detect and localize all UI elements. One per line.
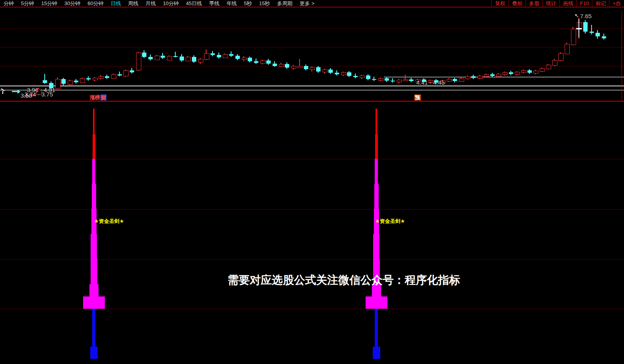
candle-body bbox=[341, 72, 346, 75]
sword-signal-segment bbox=[92, 159, 95, 184]
period-tab[interactable]: 年线 bbox=[223, 0, 241, 7]
info-tag-zhangbangcai[interactable]: 涨榜财 bbox=[89, 94, 106, 100]
period-tab[interactable]: 季线 bbox=[206, 0, 223, 7]
period-tab[interactable]: 45日线 bbox=[182, 0, 205, 7]
candle-body bbox=[111, 74, 116, 79]
sword-signal-segment bbox=[91, 259, 97, 284]
sword-signal-segment bbox=[366, 296, 387, 309]
period-tab[interactable]: 5分钟 bbox=[17, 0, 38, 7]
sword-signal-segment bbox=[90, 347, 98, 359]
watermark-text: 需要对应选股公式关注微信公众号：程序化指标 bbox=[228, 273, 460, 288]
sword-signal-segment bbox=[93, 109, 95, 134]
cyan-arrow-icon bbox=[12, 91, 17, 92]
period-tab[interactable]: 更多 > bbox=[296, 0, 318, 7]
crosshair-marker bbox=[576, 19, 582, 38]
toolbar-button[interactable]: 统计 bbox=[542, 0, 560, 7]
sword-signal-segment bbox=[375, 134, 378, 159]
toolbar-button[interactable]: 叠加 bbox=[508, 0, 525, 7]
candle-body bbox=[571, 29, 576, 45]
candle-body bbox=[223, 54, 228, 58]
period-tab[interactable]: 多周期 bbox=[273, 0, 296, 7]
sword-signal-segment bbox=[373, 234, 379, 259]
high-marker-arrow-icon: ↖ bbox=[575, 13, 579, 19]
candle-body bbox=[515, 72, 520, 75]
candle-body bbox=[353, 76, 358, 77]
candle-body bbox=[490, 74, 495, 76]
candle-body bbox=[248, 58, 252, 61]
candle-body bbox=[391, 81, 395, 81]
candle-body bbox=[254, 61, 258, 63]
price-label: 4.41 - 4.45 bbox=[416, 79, 445, 86]
toolbar-button[interactable]: 多股 bbox=[525, 0, 542, 7]
period-tab[interactable]: 5秒 bbox=[241, 0, 256, 7]
candle-body bbox=[447, 79, 452, 81]
candle-body bbox=[496, 74, 501, 77]
candle-body bbox=[347, 72, 351, 76]
candle-body bbox=[285, 64, 289, 68]
candle-body bbox=[552, 60, 558, 66]
candle-body bbox=[99, 76, 104, 79]
candle-body bbox=[123, 70, 129, 76]
candle-body bbox=[304, 66, 308, 70]
candlestick-chart[interactable]: 3.96 - 4.013.74 - 3.754.41 - 4.453.507.6… bbox=[0, 7, 624, 101]
candle-body bbox=[105, 76, 109, 78]
toolbar-button[interactable]: 画线 bbox=[560, 0, 577, 7]
candle-body bbox=[316, 67, 321, 72]
candle-wick bbox=[119, 72, 120, 76]
sword-signal-segment bbox=[89, 284, 99, 296]
period-tab[interactable]: 60分钟 bbox=[84, 0, 107, 7]
signal-label: ★资金圣剑★ bbox=[375, 218, 405, 225]
candle-body bbox=[55, 79, 61, 89]
candle-wick bbox=[591, 25, 592, 34]
toolbar-button[interactable]: 标记 bbox=[592, 0, 609, 7]
price-label: 7.65 bbox=[580, 13, 592, 19]
chart-right-axis-line bbox=[622, 11, 622, 101]
candle-body bbox=[167, 56, 172, 60]
candle-body bbox=[229, 54, 233, 56]
period-tab[interactable]: 分钟 bbox=[0, 0, 17, 7]
period-tab[interactable]: 日线 bbox=[107, 0, 125, 7]
period-tab[interactable]: 15秒 bbox=[256, 0, 273, 7]
candle-body bbox=[273, 64, 277, 66]
candle-body bbox=[86, 78, 91, 79]
candle-body bbox=[74, 81, 78, 82]
panel-divider-line bbox=[0, 101, 624, 102]
indicator-panel[interactable]: ★资金圣剑★★资金圣剑★ 需要对应选股公式关注微信公众号：程序化指标 bbox=[0, 102, 624, 364]
candle-body bbox=[596, 33, 600, 36]
toolbar-button[interactable]: 复权 bbox=[491, 0, 508, 7]
period-tab[interactable]: 15分钟 bbox=[38, 0, 61, 7]
candle-body bbox=[509, 72, 513, 74]
candle-body bbox=[217, 55, 221, 57]
candle-body bbox=[366, 75, 370, 79]
candle-body bbox=[322, 70, 328, 72]
candle-body bbox=[148, 57, 153, 59]
candle-body bbox=[558, 53, 563, 61]
period-tab[interactable]: 周线 bbox=[125, 0, 142, 7]
period-tab[interactable]: 30分钟 bbox=[61, 0, 84, 7]
candle-body bbox=[80, 78, 85, 83]
info-tag-yu[interactable]: 预 bbox=[414, 94, 421, 100]
candle-body bbox=[453, 79, 457, 81]
period-toolbar: 分钟5分钟15分钟30分钟60分钟日线周线月线10分钟45日线季线年线5秒15秒… bbox=[0, 0, 624, 8]
sword-signal-segment bbox=[92, 309, 95, 347]
candle-body bbox=[484, 74, 489, 77]
candle-body bbox=[155, 56, 160, 60]
candle-body bbox=[93, 78, 98, 80]
candle-body bbox=[465, 76, 470, 79]
gridline bbox=[0, 28, 624, 28]
candle-body bbox=[533, 71, 539, 74]
sword-signal-segment bbox=[376, 109, 377, 134]
sword-signal-segment bbox=[91, 234, 97, 259]
period-tab[interactable]: 10分钟 bbox=[159, 0, 182, 7]
candle-body bbox=[565, 44, 570, 54]
sword-signal-segment bbox=[374, 184, 379, 209]
toolbar-button[interactable]: +自 bbox=[609, 0, 624, 7]
candle-body bbox=[186, 57, 191, 61]
candle-body bbox=[161, 56, 165, 58]
toolbar-button[interactable]: F10 bbox=[577, 0, 592, 7]
candle-body bbox=[602, 36, 606, 38]
period-tab[interactable]: 月线 bbox=[142, 0, 159, 7]
candle-body bbox=[130, 70, 134, 72]
candle-body bbox=[372, 79, 376, 80]
candle-body bbox=[403, 79, 408, 81]
